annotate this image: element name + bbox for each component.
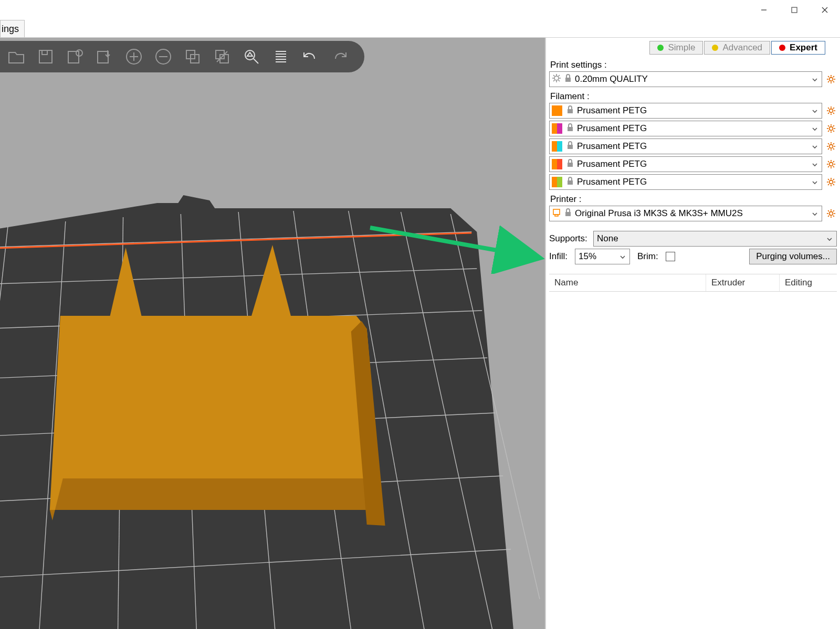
svg-line-55	[559, 80, 560, 81]
printer-select[interactable]: Original Prusa i3 MK3S & MK3S+ MMU2S	[549, 206, 822, 221]
edit-filament-button-5[interactable]	[825, 177, 837, 187]
filament-color-swatch[interactable]	[552, 105, 562, 116]
add-icon[interactable]	[123, 46, 145, 68]
chevron-down-icon	[811, 210, 818, 220]
close-button[interactable]	[810, 0, 840, 19]
svg-point-69	[830, 109, 833, 113]
svg-rect-29	[98, 51, 108, 63]
filament-name: Prusament PETG	[577, 105, 647, 116]
edit-filament-button-3[interactable]	[825, 142, 837, 151]
filament-select-5[interactable]: Prusament PETG	[549, 174, 822, 190]
filament-color-swatch[interactable]	[552, 177, 562, 187]
svg-line-57	[553, 80, 555, 81]
import-config-icon[interactable]	[64, 46, 86, 68]
lock-icon	[565, 105, 575, 117]
svg-point-79	[830, 127, 833, 131]
svg-line-128	[833, 210, 834, 211]
svg-rect-25	[39, 50, 52, 63]
svg-rect-26	[42, 50, 47, 55]
svg-line-114	[828, 179, 829, 180]
supports-label: Supports:	[549, 233, 590, 244]
mode-advanced-label: Advanced	[722, 42, 762, 53]
undo-icon[interactable]	[299, 46, 321, 68]
top-toolbar	[0, 41, 364, 72]
svg-line-77	[828, 113, 829, 114]
maximize-button[interactable]	[779, 0, 810, 19]
remove-icon[interactable]	[152, 46, 174, 68]
mode-advanced[interactable]: Advanced	[704, 41, 770, 55]
filament-color-swatch[interactable]	[552, 141, 562, 152]
chevron-down-icon	[811, 143, 818, 153]
gear-outline-icon	[552, 73, 561, 86]
menu-bar: ings	[0, 20, 840, 38]
print-settings-label: Print settings :	[550, 60, 837, 70]
mode-expert[interactable]: Expert	[771, 41, 825, 55]
svg-line-107	[828, 166, 829, 167]
filament-select-1[interactable]: Prusament PETG	[549, 103, 822, 119]
chevron-down-icon	[619, 253, 626, 263]
filament-color-swatch[interactable]	[552, 123, 562, 134]
edit-printer-button[interactable]	[825, 209, 837, 218]
svg-line-117	[828, 184, 829, 185]
lock-icon	[565, 158, 575, 170]
svg-line-84	[828, 125, 829, 126]
brim-label: Brim:	[637, 251, 658, 262]
minimize-button[interactable]	[749, 0, 779, 19]
svg-point-49	[554, 76, 559, 80]
svg-line-65	[833, 81, 834, 82]
brim-checkbox[interactable]	[666, 252, 675, 261]
filament-select-4[interactable]: Prusament PETG	[549, 156, 822, 172]
instances-remove-icon[interactable]	[211, 46, 233, 68]
settings-sidebar: Simple Advanced Expert Print settings : …	[546, 38, 840, 629]
filament-name: Prusament PETG	[577, 159, 647, 169]
svg-line-64	[828, 76, 829, 77]
open-icon[interactable]	[5, 46, 27, 68]
filament-name: Prusament PETG	[577, 123, 647, 134]
svg-point-99	[830, 163, 833, 166]
3d-viewport[interactable]	[0, 38, 546, 629]
print-bed-scene	[0, 38, 545, 629]
search-icon[interactable]	[240, 46, 262, 68]
edit-filament-button-4[interactable]	[825, 159, 837, 169]
chevron-down-icon	[811, 125, 818, 135]
svg-rect-119	[555, 215, 558, 216]
svg-line-126	[828, 210, 829, 211]
svg-point-89	[830, 145, 833, 148]
supports-select[interactable]: None	[593, 231, 837, 247]
svg-line-105	[833, 166, 834, 167]
svg-line-87	[828, 131, 829, 132]
filament-select-2[interactable]: Prusament PETG	[549, 121, 822, 136]
mode-expert-label: Expert	[790, 42, 817, 53]
export-config-icon[interactable]	[93, 46, 116, 68]
infill-select[interactable]: 15%	[575, 249, 630, 264]
edit-filament-button-1[interactable]	[825, 106, 837, 115]
svg-line-116	[833, 179, 834, 180]
instances-add-icon[interactable]	[182, 46, 204, 68]
supports-value: None	[597, 233, 618, 244]
variable-layer-icon[interactable]	[270, 46, 292, 68]
edit-print-settings-button[interactable]	[825, 74, 837, 84]
col-extruder[interactable]: Extruder	[706, 274, 779, 291]
svg-line-67	[828, 81, 829, 82]
col-name[interactable]: Name	[549, 274, 706, 291]
svg-line-104	[828, 161, 829, 162]
svg-point-121	[830, 212, 833, 216]
print-settings-select[interactable]: 0.20mm QUALITY	[549, 71, 822, 87]
mode-simple[interactable]: Simple	[649, 41, 703, 55]
edit-filament-button-2[interactable]	[825, 124, 837, 133]
filament-color-swatch[interactable]	[552, 159, 562, 169]
redo-icon[interactable]	[329, 46, 351, 68]
svg-rect-98	[568, 163, 573, 167]
menu-item-settings-fragment[interactable]: ings	[0, 20, 25, 37]
save-icon[interactable]	[35, 46, 57, 68]
chevron-down-icon	[811, 107, 818, 118]
lock-icon	[565, 123, 575, 135]
mode-simple-label: Simple	[668, 42, 695, 53]
filament-select-3[interactable]: Prusament PETG	[549, 138, 822, 154]
purging-volumes-button[interactable]: Purging volumes...	[749, 249, 837, 264]
svg-line-76	[833, 108, 834, 109]
svg-line-66	[833, 76, 834, 77]
svg-line-115	[833, 184, 834, 185]
col-editing[interactable]: Editing	[779, 274, 837, 291]
svg-rect-88	[568, 145, 573, 149]
